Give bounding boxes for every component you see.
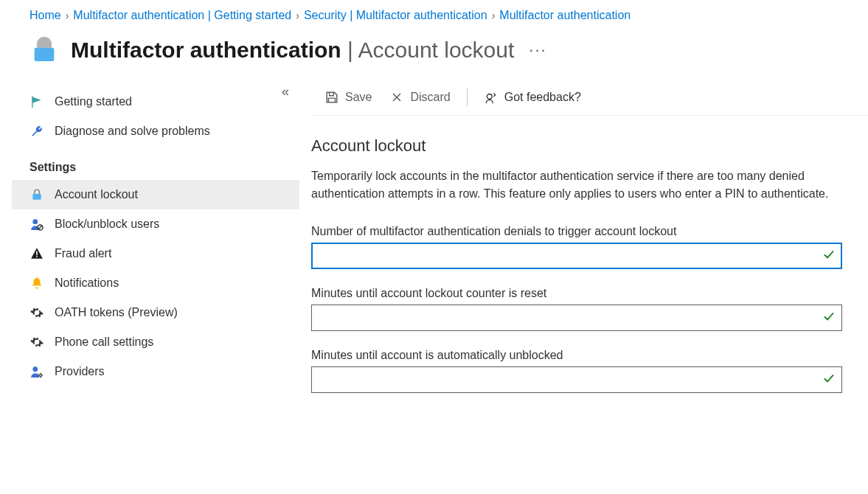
save-label: Save: [345, 91, 372, 104]
breadcrumb-separator: ›: [66, 10, 69, 21]
sidebar-item-block-unblock[interactable]: Block/unblock users: [12, 209, 299, 239]
wrench-icon: [29, 124, 44, 139]
svg-point-7: [32, 366, 38, 372]
gear-icon: [29, 335, 44, 349]
sidebar-item-phone-call-settings[interactable]: Phone call settings: [12, 327, 299, 357]
sidebar-item-label: Notifications: [55, 276, 119, 290]
check-icon: [823, 249, 835, 263]
discard-label: Discard: [410, 91, 450, 104]
sidebar-item-label: Phone call settings: [55, 335, 153, 349]
breadcrumb-mfa[interactable]: Multifactor authentication: [499, 9, 631, 22]
field-minutes-reset: Minutes until account lockout counter is…: [311, 287, 842, 331]
main-content: Save Discard Got feedback? Account locko…: [299, 80, 868, 425]
user-block-icon: [29, 217, 44, 232]
section-title: Account lockout: [311, 116, 868, 167]
gear-icon: [29, 305, 44, 320]
breadcrumb-separator: ›: [296, 10, 299, 21]
sidebar-item-account-lockout[interactable]: Account lockout: [12, 180, 299, 209]
field-label: Number of multifactor authentication den…: [311, 225, 842, 238]
breadcrumb: Home › Multifactor authentication | Gett…: [0, 0, 868, 28]
page-title: Multifactor authentication | Account loc…: [71, 38, 514, 63]
user-gear-icon: [29, 364, 44, 379]
sidebar-item-getting-started[interactable]: Getting started: [12, 87, 299, 116]
sidebar-item-fraud-alert[interactable]: Fraud alert: [12, 239, 299, 268]
svg-point-2: [32, 219, 38, 224]
save-icon: [324, 90, 339, 105]
sidebar-item-diagnose[interactable]: Diagnose and solve problems: [12, 116, 299, 146]
lock-icon: [29, 35, 59, 65]
sidebar-item-providers[interactable]: Providers: [12, 357, 299, 386]
flag-icon: [29, 94, 44, 109]
toolbar-divider: [467, 88, 468, 106]
collapse-sidebar-button[interactable]: «: [282, 84, 289, 100]
page-header: Multifactor authentication | Account loc…: [0, 28, 868, 80]
sidebar-section-settings: Settings: [12, 146, 299, 180]
svg-line-4: [38, 226, 42, 229]
breadcrumb-mfa-getting-started[interactable]: Multifactor authentication | Getting sta…: [73, 9, 291, 22]
field-denials-count: Number of multifactor authentication den…: [311, 225, 842, 269]
svg-rect-1: [32, 194, 41, 200]
feedback-label: Got feedback?: [504, 91, 581, 104]
denials-count-input[interactable]: [311, 243, 842, 269]
sidebar-item-label: Getting started: [55, 95, 132, 108]
sidebar-item-label: OATH tokens (Preview): [55, 306, 178, 319]
svg-rect-6: [36, 256, 38, 257]
bell-icon: [29, 276, 44, 291]
feedback-icon: [484, 90, 499, 105]
check-icon: [823, 311, 835, 325]
breadcrumb-home[interactable]: Home: [29, 9, 61, 22]
check-icon: [823, 373, 835, 387]
sidebar: « Getting started Diagnose and solve pro…: [12, 80, 299, 425]
section-description: Temporarily lock accounts in the multifa…: [311, 167, 842, 225]
feedback-button[interactable]: Got feedback?: [476, 87, 588, 108]
svg-rect-5: [36, 251, 38, 256]
discard-button[interactable]: Discard: [382, 87, 457, 108]
save-button[interactable]: Save: [317, 87, 379, 108]
more-menu-button[interactable]: ···: [529, 41, 546, 60]
field-label: Minutes until account lockout counter is…: [311, 287, 842, 300]
sidebar-item-notifications[interactable]: Notifications: [12, 268, 299, 298]
sidebar-item-oath-tokens[interactable]: OATH tokens (Preview): [12, 298, 299, 327]
field-label: Minutes until account is automatically u…: [311, 349, 842, 362]
toolbar: Save Discard Got feedback?: [311, 80, 868, 116]
lock-icon: [29, 187, 44, 202]
svg-point-9: [487, 94, 492, 100]
breadcrumb-separator: ›: [492, 10, 496, 21]
sidebar-item-label: Providers: [55, 365, 105, 378]
field-minutes-unblock: Minutes until account is automatically u…: [311, 349, 842, 393]
svg-rect-0: [35, 48, 55, 61]
close-icon: [389, 90, 404, 105]
minutes-unblock-input[interactable]: [311, 366, 842, 393]
sidebar-item-label: Block/unblock users: [55, 218, 159, 231]
warning-icon: [29, 246, 44, 261]
sidebar-item-label: Account lockout: [55, 188, 138, 201]
sidebar-item-label: Diagnose and solve problems: [55, 125, 210, 138]
svg-point-8: [40, 375, 42, 377]
breadcrumb-security-mfa[interactable]: Security | Multifactor authentication: [304, 9, 487, 22]
minutes-reset-input[interactable]: [311, 305, 842, 331]
sidebar-item-label: Fraud alert: [55, 247, 111, 260]
